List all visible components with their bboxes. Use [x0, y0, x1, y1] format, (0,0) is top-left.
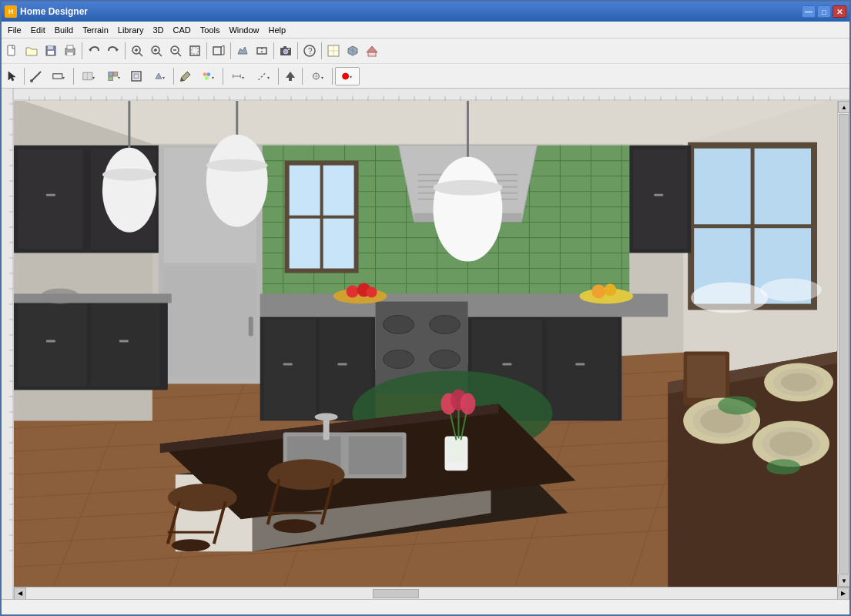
main-window: H Home Designer — □ ✕ File Edit Build Te…: [0, 0, 851, 616]
up-arrow-button[interactable]: [281, 67, 300, 85]
elevation-button[interactable]: [233, 42, 252, 60]
scroll-thumb-horizontal[interactable]: [373, 589, 419, 598]
svg-text:▾: ▾: [62, 75, 65, 80]
open-button[interactable]: [22, 42, 41, 60]
svg-line-12: [159, 53, 162, 56]
record-button[interactable]: ▾: [335, 67, 360, 85]
scroll-up-arrow[interactable]: ▲: [838, 101, 849, 113]
svg-text:▾: ▾: [162, 75, 165, 80]
menu-bar: File Edit Build Terrain Library 3D CAD T…: [2, 22, 849, 38]
svg-marker-57: [286, 72, 295, 78]
paint-tool-button[interactable]: [176, 67, 195, 85]
svg-rect-226: [91, 302, 160, 387]
3d-canvas[interactable]: [14, 101, 837, 587]
scroll-down-arrow[interactable]: ▼: [838, 574, 849, 587]
help-btn[interactable]: ?: [300, 42, 319, 60]
svg-point-274: [102, 169, 156, 181]
new-button[interactable]: [3, 42, 22, 60]
transform-button[interactable]: ▾: [305, 67, 330, 85]
svg-rect-234: [283, 363, 293, 365]
menu-window[interactable]: Window: [224, 24, 263, 36]
status-bar: [2, 599, 849, 614]
svg-point-198: [691, 283, 768, 313]
svg-point-279: [433, 157, 502, 262]
cabinet-tool-button[interactable]: ▾: [76, 67, 101, 85]
title-bar: H Home Designer — □ ✕: [2, 2, 849, 22]
svg-rect-216: [249, 317, 253, 336]
zoom-out-button[interactable]: [166, 42, 185, 60]
menu-edit[interactable]: Edit: [26, 24, 50, 36]
floor-plan-button[interactable]: [324, 42, 343, 60]
svg-line-17: [178, 53, 181, 56]
menu-tools[interactable]: Tools: [196, 24, 225, 36]
undo-button[interactable]: [85, 42, 103, 60]
zoom-in-button[interactable]: [128, 42, 146, 60]
window-controls: — □ ✕: [802, 5, 846, 18]
svg-point-27: [288, 49, 290, 50]
wall-tool-button[interactable]: ▾: [46, 67, 71, 85]
svg-rect-235: [338, 363, 347, 365]
svg-rect-232: [264, 320, 317, 420]
svg-rect-265: [447, 438, 465, 461]
horizontal-scrollbar[interactable]: ◀ ▶: [14, 587, 849, 599]
menu-terrain[interactable]: Terrain: [78, 24, 113, 36]
svg-point-306: [41, 289, 79, 304]
redo-button[interactable]: [104, 42, 122, 60]
toolbar-container: +: [2, 38, 849, 89]
menu-library[interactable]: Library: [113, 24, 149, 36]
svg-point-239: [384, 350, 414, 368]
scroll-left-arrow[interactable]: ◀: [14, 588, 26, 600]
maximize-button[interactable]: □: [817, 5, 831, 18]
svg-point-305: [766, 459, 800, 474]
close-button[interactable]: ✕: [833, 5, 846, 18]
svg-rect-40: [113, 72, 118, 76]
select-tool-button[interactable]: [3, 67, 22, 85]
menu-3d[interactable]: 3D: [148, 24, 168, 36]
svg-point-280: [433, 180, 502, 196]
minimize-button[interactable]: —: [802, 5, 816, 18]
draw-line-button[interactable]: [27, 67, 45, 85]
scroll-thumb-vertical[interactable]: [839, 114, 849, 574]
zoom-in-2-button[interactable]: +: [147, 42, 166, 60]
save-button[interactable]: [42, 42, 60, 60]
svg-point-263: [315, 413, 338, 420]
toolbar-row-2: ▾ ▾ ▾: [2, 63, 849, 88]
svg-rect-214: [164, 267, 256, 379]
svg-text:▾: ▾: [321, 75, 323, 80]
dimension-button[interactable]: ▾: [226, 67, 250, 85]
texture-tool-button[interactable]: ▾: [196, 67, 220, 85]
camera-button[interactable]: [276, 42, 295, 60]
svg-point-49: [205, 76, 209, 80]
elevation-line-button[interactable]: ▾: [251, 67, 276, 85]
svg-rect-34: [53, 73, 62, 78]
svg-rect-36: [83, 72, 92, 80]
menu-cad[interactable]: CAD: [168, 24, 195, 36]
canvas-container: ▲ ▼ ◀ ▶: [14, 89, 849, 599]
print-button[interactable]: [61, 42, 79, 60]
scroll-track-horizontal[interactable]: [26, 588, 837, 599]
roof-button[interactable]: [363, 42, 381, 60]
svg-point-199: [760, 279, 822, 302]
svg-text:▾: ▾: [92, 75, 95, 80]
vertical-scrollbar[interactable]: ▲ ▼: [837, 101, 849, 587]
scroll-right-arrow[interactable]: ▶: [837, 588, 849, 600]
svg-text:▾: ▾: [242, 75, 244, 80]
3d-view-button[interactable]: [343, 42, 362, 60]
fit-window-button[interactable]: [186, 42, 204, 60]
zoom-region-button[interactable]: [209, 42, 228, 60]
library-item-button[interactable]: ▾: [102, 67, 126, 85]
svg-point-290: [273, 519, 317, 533]
menu-build[interactable]: Build: [50, 24, 78, 36]
svg-rect-2: [48, 51, 54, 55]
svg-line-8: [139, 53, 142, 56]
svg-rect-97: [14, 89, 849, 101]
section-button[interactable]: [253, 42, 271, 60]
menu-help[interactable]: Help: [264, 24, 291, 36]
svg-point-247: [347, 286, 359, 298]
room-button[interactable]: [127, 67, 146, 85]
svg-rect-0: [8, 45, 15, 55]
svg-point-25: [283, 49, 288, 54]
object-button[interactable]: ▾: [146, 67, 171, 85]
svg-point-304: [718, 396, 756, 414]
menu-file[interactable]: File: [3, 24, 26, 36]
